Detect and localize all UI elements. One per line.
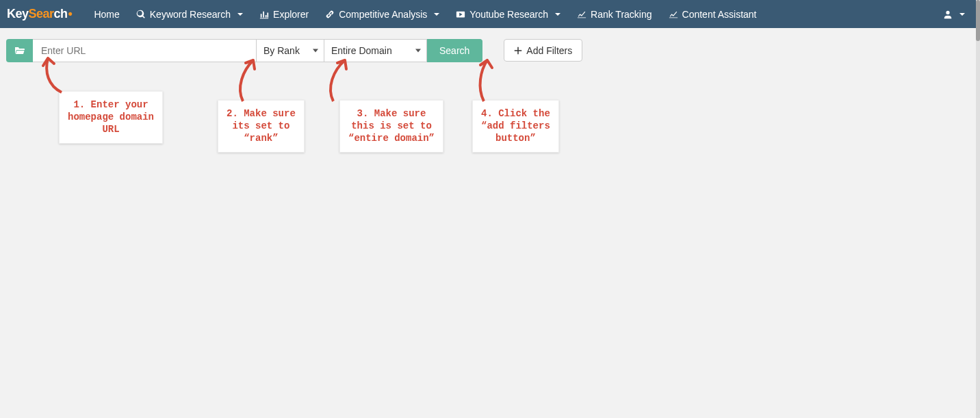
navbar: KeySearch• Home Keyword Research Explore… — [0, 0, 980, 28]
logo[interactable]: KeySearch• — [7, 7, 72, 21]
folder-open-icon — [14, 45, 25, 56]
annotation-2: 2. Make sure its set to “rank” — [218, 100, 305, 153]
nav-youtube-research[interactable]: Youtube Research — [448, 0, 569, 28]
nav-explorer-label: Explorer — [273, 9, 309, 20]
line-chart-icon — [669, 10, 678, 19]
logo-part-key: Key — [7, 7, 29, 21]
nav-competitive-analysis-label: Competitive Analysis — [339, 9, 427, 20]
nav-youtube-research-label: Youtube Research — [469, 9, 548, 20]
caret-down-icon — [237, 13, 243, 16]
url-input[interactable] — [33, 39, 257, 62]
add-filters-label: Add Filters — [526, 45, 572, 56]
link-icon — [325, 10, 335, 19]
domain-scope-select-value: Entire Domain — [331, 45, 392, 56]
user-icon — [943, 10, 953, 19]
annotation-arrow-4 — [474, 57, 508, 105]
nav-content-assistant[interactable]: Content Assistant — [660, 0, 765, 28]
nav-home[interactable]: Home — [86, 0, 127, 28]
logo-part-ch: ch — [54, 7, 68, 21]
youtube-icon — [456, 10, 465, 19]
caret-down-icon — [434, 13, 439, 16]
annotation-arrow-2 — [233, 57, 267, 105]
annotation-3: 3. Make sure this is set to “entire doma… — [339, 100, 443, 153]
nav-rank-tracking[interactable]: Rank Tracking — [569, 0, 660, 28]
nav-content-assistant-label: Content Assistant — [682, 9, 757, 20]
nav-keyword-research[interactable]: Keyword Research — [128, 0, 251, 28]
folder-open-button[interactable] — [6, 39, 33, 62]
scrollbar-thumb[interactable] — [976, 0, 980, 41]
nav-competitive-analysis[interactable]: Competitive Analysis — [317, 0, 448, 28]
nav-right — [935, 0, 973, 28]
bar-chart-icon — [259, 10, 269, 19]
scrollbar-track — [976, 0, 980, 418]
rank-select-value: By Rank — [263, 45, 300, 56]
nav-keyword-research-label: Keyword Research — [150, 9, 231, 20]
logo-dot-icon: • — [68, 7, 73, 21]
user-menu[interactable] — [935, 0, 973, 28]
caret-down-icon — [959, 13, 965, 16]
nav-home-label: Home — [94, 9, 119, 20]
domain-scope-select[interactable]: Entire Domain — [324, 39, 427, 62]
search-icon — [136, 10, 146, 19]
add-filters-button[interactable]: Add Filters — [504, 39, 582, 62]
nav-explorer[interactable]: Explorer — [251, 0, 317, 28]
rank-select[interactable]: By Rank — [257, 39, 324, 62]
annotation-1: 1. Enter your homepage domain URL — [59, 91, 163, 144]
annotation-arrow-3 — [323, 57, 357, 105]
toolbar: By Rank Entire Domain Search Add Filters — [0, 28, 980, 62]
line-chart-icon — [577, 10, 586, 19]
caret-down-icon — [555, 13, 560, 16]
nav-rank-tracking-label: Rank Tracking — [591, 9, 652, 20]
annotation-4: 4. Click the “add filters button” — [472, 100, 559, 153]
nav-items: Home Keyword Research Explorer Competiti… — [86, 0, 764, 28]
plus-icon — [514, 47, 522, 55]
logo-part-sear: Sear — [29, 7, 54, 21]
search-button[interactable]: Search — [427, 39, 482, 62]
